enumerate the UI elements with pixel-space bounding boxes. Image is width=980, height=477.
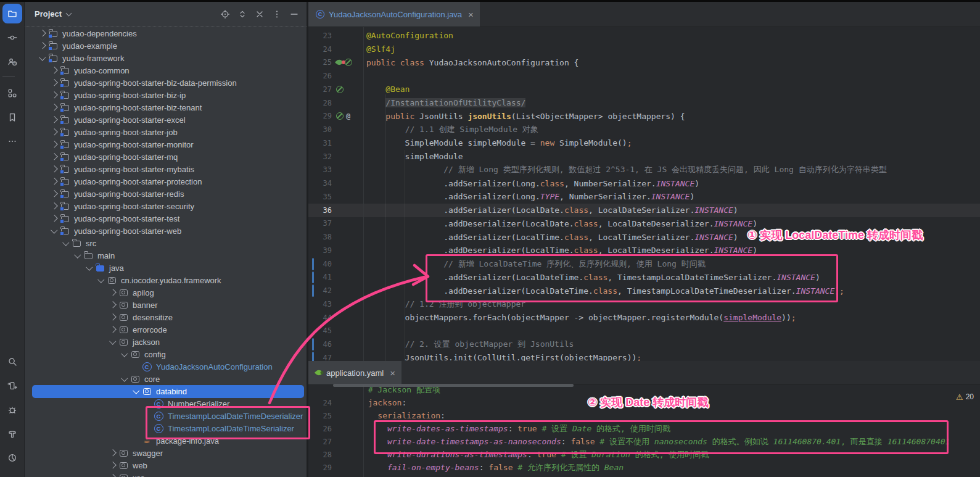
structure-icon[interactable]: [2, 83, 22, 103]
tab-application-yaml[interactable]: application.yaml ×: [308, 361, 401, 384]
chevron-right-icon[interactable]: [51, 154, 58, 160]
tree-item-yudao-spring-boot-starter-mq[interactable]: yudao-spring-boot-starter-mq: [25, 151, 307, 163]
pull-requests-icon[interactable]: ?: [2, 52, 22, 72]
chevron-right-icon[interactable]: [110, 326, 117, 333]
chevron-right-icon[interactable]: [51, 141, 58, 148]
tree-item-jackson[interactable]: jackson: [25, 336, 307, 348]
code-line-47[interactable]: 47 JsonUtils.init(CollUtil.getFirst(obje…: [308, 351, 980, 361]
tree-item-java[interactable]: java: [25, 262, 307, 274]
hide-icon[interactable]: [289, 9, 299, 19]
chevron-right-icon[interactable]: [51, 117, 58, 123]
chevron-down-icon[interactable]: [110, 338, 117, 344]
code-line-33[interactable]: 33 // 新增 Long 类型序列化规则, 数值超过 2^53-1, 在 JS…: [308, 164, 980, 177]
code-line-43[interactable]: 43 // 1.2 注册到 objectMapper: [308, 297, 980, 311]
tree-item-yudao-spring-boot-starter-biz-ip[interactable]: yudao-spring-boot-starter-biz-ip: [25, 89, 307, 101]
chevron-right-icon[interactable]: [110, 314, 117, 321]
chevron-right-icon[interactable]: [110, 475, 117, 477]
debug-icon[interactable]: [2, 400, 22, 420]
tree-item-databind[interactable]: databind: [25, 385, 307, 397]
tree-item-yudao-spring-boot-starter-biz-tenant[interactable]: yudao-spring-boot-starter-biz-tenant: [25, 101, 307, 114]
code-line-44[interactable]: 44 objectMappers.forEach(objectMapper ->…: [308, 311, 980, 325]
tree-item-yudao-spring-boot-starter-mybatis[interactable]: yudao-spring-boot-starter-mybatis: [25, 163, 307, 175]
profiler-icon[interactable]: [2, 448, 22, 468]
chevron-down-icon[interactable]: [39, 54, 46, 60]
chevron-down-icon[interactable]: [98, 276, 105, 283]
chevron-right-icon[interactable]: [51, 80, 58, 86]
tree-item-desensitize[interactable]: desensitize: [25, 311, 307, 323]
code-line-25[interactable]: 25public class YudaoJacksonAutoConfigura…: [308, 56, 980, 70]
code-line-40[interactable]: 40 // 新增 LocalDateTime 序列化、反序列化规则, 使用 Lo…: [308, 257, 980, 271]
chevron-right-icon[interactable]: [110, 450, 117, 457]
tree-item-timestamplocaldatetimeserializer[interactable]: CTimestampLocalDateTimeSerializer: [25, 422, 307, 434]
code-line-31[interactable]: 31 SimpleModule simpleModule = new Simpl…: [308, 136, 980, 150]
close-icon[interactable]: ×: [390, 368, 395, 378]
tree-item-yudao-dependencies[interactable]: yudao-dependencies: [25, 27, 307, 39]
code-line-34[interactable]: 34 .addSerializer(Long.class, NumberSeri…: [308, 176, 980, 190]
bookmarks-icon[interactable]: [2, 107, 22, 127]
code-line-27[interactable]: 27 @Bean: [308, 83, 980, 96]
code-line-29[interactable]: 29@ public JsonUtils jsonUtils(List<Obje…: [308, 110, 980, 123]
tree-item-main[interactable]: main: [25, 249, 307, 262]
code-line-46[interactable]: 46 // 2. 设置 objectMapper 到 JsonUtils: [308, 338, 980, 351]
chevron-right-icon[interactable]: [51, 92, 58, 99]
tree-item-xss[interactable]: xss: [25, 471, 307, 477]
chevron-right-icon[interactable]: [110, 289, 117, 296]
code-line-35[interactable]: 35 .addSerializer(Long.TYPE, NumberSeria…: [308, 190, 980, 204]
code-line-42[interactable]: 42 .addDeserializer(LocalDateTime.class,…: [308, 284, 980, 297]
tab-yudaojacksonautoconfiguration[interactable]: C YudaoJacksonAutoConfiguration.java ×: [308, 2, 480, 27]
code-line-32[interactable]: 32 simpleModule: [308, 150, 980, 164]
tree-item-yudao-spring-boot-starter-monitor[interactable]: yudao-spring-boot-starter-monitor: [25, 138, 307, 151]
chevron-right-icon[interactable]: [51, 203, 58, 210]
code-line-24[interactable]: 24@Slf4j: [308, 43, 980, 56]
chevron-right-icon[interactable]: [39, 30, 46, 37]
chevron-down-icon[interactable]: [75, 251, 81, 258]
chevron-down-icon[interactable]: [66, 10, 72, 16]
code-line-30[interactable]: 30 // 1.1 创建 SimpleModule 对象: [308, 123, 980, 136]
code-line-45[interactable]: 45: [308, 325, 980, 338]
chevron-right-icon[interactable]: [51, 67, 58, 74]
tree-item-yudao-framework[interactable]: yudao-framework: [25, 52, 307, 64]
tree-item-swagger[interactable]: swagger: [25, 447, 307, 459]
spring-boot-icon[interactable]: [335, 58, 344, 67]
tree-item-yudao-spring-boot-starter-excel[interactable]: yudao-spring-boot-starter-excel: [25, 114, 307, 126]
chevron-down-icon[interactable]: [133, 387, 140, 394]
chevron-right-icon[interactable]: [51, 166, 58, 173]
chevron-right-icon[interactable]: [51, 178, 58, 185]
tree-item-yudao-spring-boot-starter-protection[interactable]: yudao-spring-boot-starter-protection: [25, 175, 307, 188]
inspections-widget[interactable]: ⚠ 20: [956, 392, 974, 401]
project-folder-icon[interactable]: [2, 4, 22, 23]
tree-item-core[interactable]: core: [25, 373, 307, 385]
tree-item-yudao-spring-boot-starter-biz-data-permission[interactable]: yudao-spring-boot-starter-biz-data-permi…: [25, 77, 307, 89]
tree-item-errorcode[interactable]: errorcode: [25, 323, 307, 336]
collapse-all-icon[interactable]: [255, 9, 265, 19]
chevron-right-icon[interactable]: [110, 462, 117, 469]
chevron-down-icon[interactable]: [121, 375, 128, 381]
spring-bean-icon[interactable]: [345, 59, 352, 66]
yaml-line-27[interactable]: 27 write-date-timestamps-as-nanoseconds:…: [308, 435, 980, 448]
tree-item-web[interactable]: web: [25, 459, 307, 471]
chevron-right-icon[interactable]: [51, 191, 58, 197]
code-line-23[interactable]: 23@AutoConfiguration: [308, 29, 980, 43]
chevron-right-icon[interactable]: [110, 302, 117, 309]
build-icon[interactable]: [2, 424, 22, 444]
java-code-area[interactable]: 23@AutoConfiguration24@Slf4j25public cla…: [308, 2, 980, 361]
tree-item-package-info-java[interactable]: ☕package-info.java: [25, 434, 307, 447]
chevron-right-icon[interactable]: [51, 215, 58, 222]
expand-icon[interactable]: [237, 9, 247, 19]
tree-item-yudao-spring-boot-starter-job[interactable]: yudao-spring-boot-starter-job: [25, 126, 307, 138]
annotation-gutter-icon[interactable]: @: [346, 112, 350, 120]
tree-item-timestamplocaldatetimedeserializer[interactable]: CTimestampLocalDateTimeDeserializer: [25, 410, 307, 422]
spring-bean-icon[interactable]: [336, 112, 344, 120]
code-line-41[interactable]: 41 .addSerializer(LocalDateTime.class, T…: [308, 271, 980, 284]
more-icon[interactable]: [2, 131, 22, 151]
tree-item-yudaojacksonautoconfiguration[interactable]: CYudaoJacksonAutoConfiguration: [25, 360, 307, 373]
spring-bean-icon[interactable]: [336, 86, 344, 93]
tree-item-yudao-spring-boot-starter-test[interactable]: yudao-spring-boot-starter-test: [25, 212, 307, 225]
tree-item-yudao-spring-boot-starter-redis[interactable]: yudao-spring-boot-starter-redis: [25, 188, 307, 200]
tree-item-yudao-common[interactable]: yudao-common: [25, 64, 307, 77]
chevron-down-icon[interactable]: [121, 350, 128, 357]
code-line-39[interactable]: 39 .addDeserializer(LocalTime.class, Loc…: [308, 244, 980, 257]
chevron-down-icon[interactable]: [51, 226, 58, 233]
yaml-line-25[interactable]: 25 serialization:: [308, 409, 980, 422]
code-line-26[interactable]: 26: [308, 69, 980, 83]
